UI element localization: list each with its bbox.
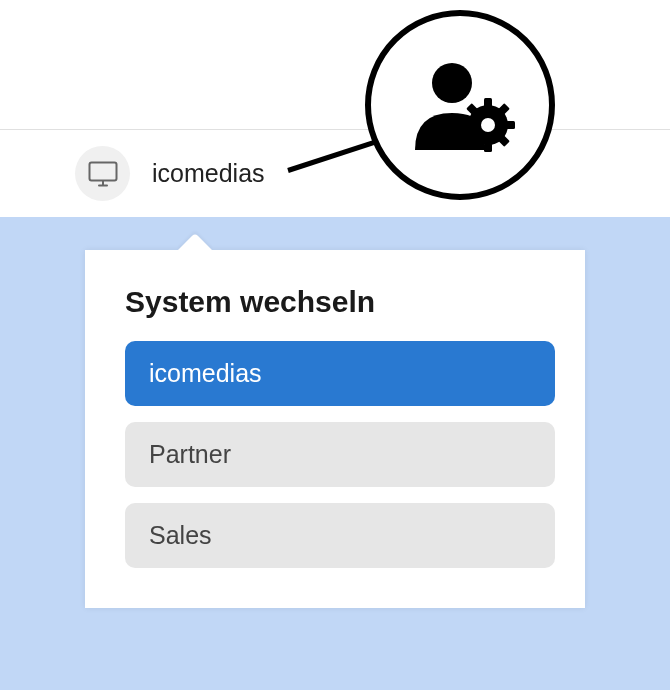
system-option-icomedias[interactable]: icomedias <box>125 341 555 406</box>
svg-point-5 <box>481 118 495 132</box>
system-icon-button[interactable] <box>75 146 130 201</box>
system-switch-popup: System wechseln icomedias Partner Sales <box>85 250 585 608</box>
user-gear-icon <box>400 55 520 155</box>
current-system-label: icomedias <box>152 159 265 188</box>
top-bar <box>0 0 670 130</box>
monitor-icon <box>88 161 118 187</box>
system-option-sales[interactable]: Sales <box>125 503 555 568</box>
callout-circle <box>365 10 555 200</box>
system-option-label: Partner <box>149 440 231 468</box>
header-row: icomedias <box>0 130 670 217</box>
svg-rect-8 <box>461 121 470 129</box>
system-option-label: Sales <box>149 521 212 549</box>
svg-rect-6 <box>484 98 492 107</box>
svg-rect-0 <box>89 162 116 180</box>
system-option-partner[interactable]: Partner <box>125 422 555 487</box>
popup-title: System wechseln <box>125 285 555 319</box>
svg-rect-9 <box>506 121 515 129</box>
svg-rect-7 <box>484 143 492 152</box>
system-option-label: icomedias <box>149 359 262 387</box>
svg-point-3 <box>432 63 472 103</box>
